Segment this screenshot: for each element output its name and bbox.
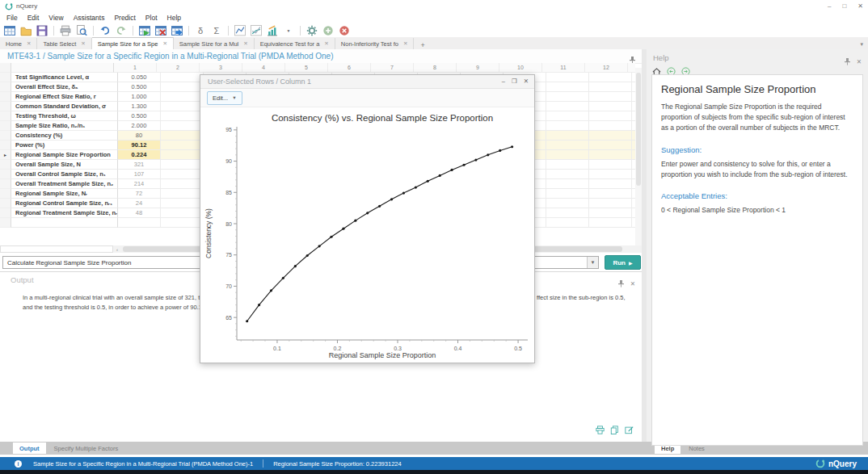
empty-cell[interactable]	[546, 208, 589, 218]
pin-icon[interactable]	[618, 276, 624, 291]
empty-cell[interactable]	[546, 102, 589, 111]
column-header-11[interactable]: 11	[542, 63, 585, 73]
tab-equivalence-test-for-a[interactable]: Equivalence Test for a✕	[255, 38, 335, 49]
empty-cell[interactable]	[161, 92, 204, 102]
empty-cell[interactable]	[546, 131, 589, 141]
value-cell-col1[interactable]: 0.500	[118, 82, 161, 92]
print-preview-icon[interactable]	[75, 25, 88, 36]
empty-cell[interactable]	[161, 131, 204, 141]
empty-cell[interactable]	[546, 141, 589, 150]
tab-sample-size-for-a-spe[interactable]: Sample Size for a Spe✕	[92, 37, 174, 49]
add-circle-icon[interactable]	[322, 25, 335, 36]
open-folder-icon[interactable]	[19, 25, 32, 36]
value-cell-col1[interactable]: 0.224	[118, 150, 161, 160]
run-button[interactable]: Run ▶	[605, 255, 641, 270]
empty-cell[interactable]	[161, 170, 204, 179]
window-maximize-button[interactable]: □	[842, 2, 846, 10]
empty-cell[interactable]	[161, 160, 204, 170]
tab-home[interactable]: Home✕	[0, 38, 37, 49]
empty-cell[interactable]	[161, 208, 204, 218]
empty-cell[interactable]	[546, 218, 589, 228]
tab-table-select[interactable]: Table Select✕	[37, 38, 91, 49]
new-tab-button[interactable]: +	[414, 41, 431, 49]
menu-item-file[interactable]: File	[6, 14, 18, 22]
value-cell-col1[interactable]: 0.050	[118, 73, 161, 82]
empty-cell[interactable]	[161, 111, 204, 121]
menu-item-plot[interactable]: Plot	[145, 14, 158, 22]
empty-cell[interactable]	[161, 150, 204, 160]
tab-close-icon[interactable]: ✕	[403, 40, 407, 47]
value-cell-col1[interactable]: 48	[118, 208, 161, 218]
pin-icon[interactable]	[845, 54, 850, 69]
close-circle-icon[interactable]	[338, 25, 351, 36]
copy-icon[interactable]	[610, 423, 619, 438]
empty-cell[interactable]	[546, 111, 589, 121]
value-cell-col1[interactable]: 107	[118, 170, 161, 179]
sigma-icon[interactable]: Σ	[210, 25, 223, 36]
print-icon[interactable]	[596, 423, 605, 438]
value-cell-col1[interactable]: 214	[118, 179, 161, 189]
empty-cell[interactable]	[546, 150, 589, 160]
empty-cell[interactable]	[161, 73, 204, 82]
tab-close-icon[interactable]: ✕	[81, 40, 85, 47]
goto-table-icon[interactable]	[171, 25, 183, 36]
empty-cell[interactable]	[589, 111, 632, 121]
empty-cell[interactable]	[589, 150, 632, 160]
value-cell-col1[interactable]: 1.000	[118, 92, 161, 102]
empty-cell[interactable]	[161, 102, 204, 111]
column-header-4[interactable]: 4	[242, 63, 285, 73]
empty-cell[interactable]	[546, 189, 589, 199]
dropdown-caret-icon[interactable]: ▼	[282, 25, 295, 36]
empty-cell[interactable]	[546, 170, 589, 179]
column-header-8[interactable]: 8	[414, 63, 457, 73]
empty-cell[interactable]	[546, 73, 589, 82]
user-plot-icon[interactable]	[250, 25, 263, 36]
empty-cell[interactable]	[546, 199, 589, 208]
column-header-5[interactable]: 5	[285, 63, 328, 73]
empty-cell[interactable]	[546, 179, 589, 189]
column-header-1[interactable]: 1	[114, 63, 157, 73]
close-icon[interactable]: ✕	[857, 58, 862, 65]
menu-item-edit[interactable]: Edit	[27, 14, 40, 22]
value-cell-col1[interactable]: 24	[118, 199, 161, 208]
empty-cell[interactable]	[546, 121, 589, 131]
empty-cell[interactable]	[589, 131, 632, 141]
column-header-6[interactable]: 6	[328, 63, 371, 73]
empty-cell[interactable]	[546, 160, 589, 170]
maximize-icon[interactable]: ❐	[512, 78, 517, 85]
empty-cell[interactable]	[161, 179, 204, 189]
send-table-icon[interactable]	[138, 25, 151, 36]
empty-cell[interactable]	[118, 218, 161, 228]
minimize-icon[interactable]: –	[502, 78, 505, 85]
empty-cell[interactable]	[589, 218, 632, 228]
empty-cell[interactable]	[161, 218, 204, 228]
empty-cell[interactable]	[589, 102, 632, 111]
scroll-left-arrow-icon[interactable]: ‹	[113, 245, 121, 253]
empty-cell[interactable]	[161, 121, 204, 131]
empty-cell[interactable]	[546, 82, 589, 92]
column-header-9[interactable]: 9	[457, 63, 499, 73]
empty-cell[interactable]	[589, 121, 632, 131]
value-cell-col1[interactable]: 80	[118, 131, 161, 141]
tab-close-icon[interactable]: ✕	[27, 40, 31, 47]
save-icon[interactable]	[36, 25, 48, 36]
edit-button[interactable]: Edit... ▼	[207, 91, 242, 105]
menu-item-view[interactable]: View	[48, 14, 63, 22]
empty-cell[interactable]	[589, 92, 632, 102]
empty-cell[interactable]	[589, 141, 632, 150]
empty-cell[interactable]	[161, 189, 204, 199]
empty-cell[interactable]	[161, 141, 204, 150]
close-icon[interactable]: ✕	[630, 280, 635, 287]
value-cell-col1[interactable]: 2.000	[118, 121, 161, 131]
bottom-tab-output[interactable]: Output	[13, 443, 46, 454]
bar-chart-icon[interactable]	[266, 25, 279, 36]
empty-cell[interactable]	[546, 92, 589, 102]
empty-cell[interactable]	[589, 73, 632, 82]
window-minimize-button[interactable]: –	[828, 2, 831, 10]
redo-icon[interactable]	[115, 25, 128, 36]
undo-icon[interactable]	[99, 25, 112, 36]
tab-overflow-chevron-icon[interactable]: ▾	[860, 41, 863, 48]
tab-sample-size-for-a-mul[interactable]: Sample Size for a Mul✕	[174, 38, 255, 49]
delta-icon[interactable]: δ	[194, 25, 207, 36]
tab-non-inferiority-test-fo[interactable]: Non-Inferiority Test fo✕	[335, 38, 415, 49]
